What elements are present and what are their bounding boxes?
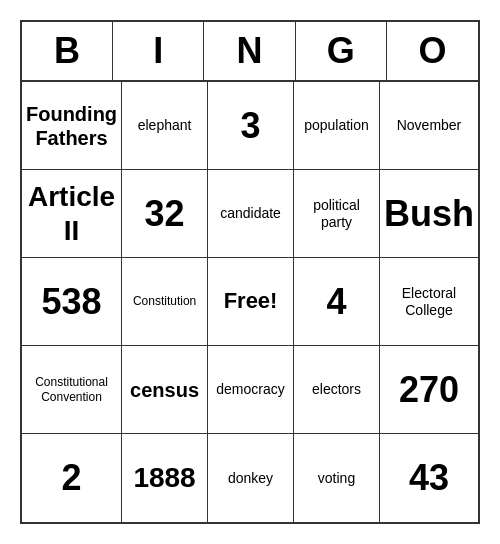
cell-text-23: voting <box>318 470 355 487</box>
cell-text-18: electors <box>312 381 361 398</box>
cell-text-17: democracy <box>216 381 284 398</box>
bingo-cell-3: population <box>294 82 380 170</box>
bingo-cell-8: political party <box>294 170 380 258</box>
header-letter-N: N <box>204 22 295 80</box>
cell-text-4: November <box>397 117 462 134</box>
cell-text-19: 270 <box>399 368 459 411</box>
bingo-cell-5: Article II <box>22 170 122 258</box>
bingo-cell-15: Constitutional Convention <box>22 346 122 434</box>
bingo-cell-23: voting <box>294 434 380 522</box>
bingo-cell-0: Founding Fathers <box>22 82 122 170</box>
cell-text-20: 2 <box>62 456 82 499</box>
bingo-cell-13: 4 <box>294 258 380 346</box>
bingo-cell-22: donkey <box>208 434 294 522</box>
cell-text-9: Bush <box>384 192 474 235</box>
bingo-cell-7: candidate <box>208 170 294 258</box>
bingo-cell-4: November <box>380 82 478 170</box>
cell-text-8: political party <box>298 197 375 231</box>
header-letter-B: B <box>22 22 113 80</box>
cell-text-21: 1888 <box>133 461 195 495</box>
cell-text-6: 32 <box>145 192 185 235</box>
bingo-cell-16: census <box>122 346 208 434</box>
cell-text-11: Constitution <box>133 294 196 308</box>
cell-text-24: 43 <box>409 456 449 499</box>
bingo-header: BINGO <box>22 22 478 82</box>
bingo-cell-1: elephant <box>122 82 208 170</box>
bingo-cell-20: 2 <box>22 434 122 522</box>
cell-text-13: 4 <box>326 280 346 323</box>
bingo-cell-6: 32 <box>122 170 208 258</box>
cell-text-12: Free! <box>224 288 278 314</box>
bingo-grid: Founding Fatherselephant3populationNovem… <box>22 82 478 522</box>
cell-text-10: 538 <box>42 280 102 323</box>
cell-text-1: elephant <box>138 117 192 134</box>
cell-text-2: 3 <box>241 104 261 147</box>
bingo-cell-19: 270 <box>380 346 478 434</box>
bingo-cell-10: 538 <box>22 258 122 346</box>
cell-text-3: population <box>304 117 369 134</box>
header-letter-I: I <box>113 22 204 80</box>
bingo-cell-24: 43 <box>380 434 478 522</box>
bingo-card: BINGO Founding Fatherselephant3populatio… <box>20 20 480 524</box>
cell-text-7: candidate <box>220 205 281 222</box>
cell-text-5: Article II <box>26 180 117 247</box>
cell-text-0: Founding Fathers <box>26 102 117 150</box>
cell-text-16: census <box>130 378 199 402</box>
bingo-cell-18: electors <box>294 346 380 434</box>
bingo-cell-14: Electoral College <box>380 258 478 346</box>
bingo-cell-17: democracy <box>208 346 294 434</box>
bingo-cell-11: Constitution <box>122 258 208 346</box>
bingo-cell-2: 3 <box>208 82 294 170</box>
bingo-cell-9: Bush <box>380 170 478 258</box>
header-letter-O: O <box>387 22 478 80</box>
bingo-cell-21: 1888 <box>122 434 208 522</box>
header-letter-G: G <box>296 22 387 80</box>
cell-text-22: donkey <box>228 470 273 487</box>
bingo-cell-12: Free! <box>208 258 294 346</box>
cell-text-14: Electoral College <box>384 285 474 319</box>
cell-text-15: Constitutional Convention <box>26 375 117 404</box>
